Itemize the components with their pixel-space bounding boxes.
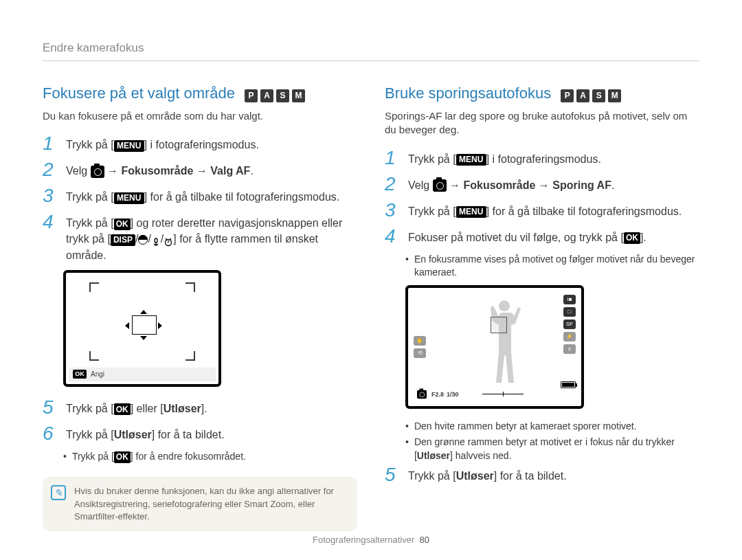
note-box: ✎ Hvis du bruker denne funksjonen, kan d… xyxy=(43,477,357,531)
ok-button-icon: OK xyxy=(114,403,131,415)
left-step3: Trykk på [MENU] for å gå tilbake til fot… xyxy=(66,186,357,205)
step-number: 4 xyxy=(43,212,59,232)
arrow-down-icon xyxy=(140,336,147,340)
left-step2: Velg → Fokusområde → Valg AF. xyxy=(66,160,357,179)
mode-p-icon: P xyxy=(245,89,258,102)
right-step2: Velg → Fokusområde → Sporing AF. xyxy=(408,175,699,193)
step-number: 2 xyxy=(385,175,401,194)
hud-expcomp-icon: ± xyxy=(563,344,576,354)
step-number: 5 xyxy=(385,465,401,484)
step-number: 6 xyxy=(43,424,59,443)
hud-megapixel-icon: I■ xyxy=(563,295,576,304)
right-figure: ✋ ⟲ I■ □ SF ⚡ ± xyxy=(405,285,699,409)
left-figure: OK Angi xyxy=(63,270,357,387)
step-number: 5 xyxy=(43,398,59,417)
tracking-focus-square xyxy=(491,317,507,333)
menu-button-icon: MENU xyxy=(114,192,144,204)
hud-shutter: 1/30 xyxy=(447,391,459,398)
disp-button-icon: DISP xyxy=(111,234,135,246)
section-title: Endre kamerafokus xyxy=(43,41,699,61)
mode-a-icon: A xyxy=(576,89,589,102)
left-intro: Du kan fokusere på et område som du har … xyxy=(43,109,357,123)
right-bullet5b: Den grønne rammen betyr at motivet er i … xyxy=(405,436,699,462)
ok-button-icon: OK xyxy=(114,219,131,230)
camera-screen-illustration: OK Angi xyxy=(63,270,221,387)
left-step4: Trykk på [OK] og roter deretter navigasj… xyxy=(66,212,357,263)
ok-button-icon: OK xyxy=(624,232,640,244)
mode-s-icon: S xyxy=(592,89,605,102)
mode-icons: P A S M xyxy=(245,89,305,102)
hud-exposure-scale xyxy=(482,394,524,394)
left-column: Fokusere på et valgt område P A S M Du k… xyxy=(43,85,357,531)
arrow-left-icon xyxy=(125,322,129,329)
right-bullet5a: Den hvite rammen betyr at kameraet spore… xyxy=(405,420,699,434)
note-icon: ✎ xyxy=(51,485,66,500)
menu-button-icon: MENU xyxy=(456,154,486,166)
mode-m-icon: M xyxy=(608,89,621,102)
right-heading: Bruke sporingsautofokus xyxy=(385,85,551,102)
right-step4: Fokuser på motivet du vil følge, og tryk… xyxy=(408,227,699,245)
mode-a-icon: A xyxy=(260,89,273,102)
right-intro: Sporings-AF lar deg spore og bruke autof… xyxy=(385,109,699,137)
right-step1: Trykk på [MENU] i fotograferingsmodus. xyxy=(408,148,699,167)
exposure-icon xyxy=(138,235,148,245)
step-number: 1 xyxy=(43,134,59,153)
mode-s-icon: S xyxy=(276,89,289,102)
self-timer-icon xyxy=(164,235,173,245)
svg-line-2 xyxy=(166,238,167,240)
right-step5: Trykk på [Utløser] for å ta bildet. xyxy=(408,465,699,484)
menu-button-icon: MENU xyxy=(114,140,144,152)
right-bullet4: En fokusramme vises på motivet og følger… xyxy=(405,253,699,280)
page-footer: Fotograferingsalternativer 80 xyxy=(0,535,742,545)
arrow-up-icon xyxy=(140,310,147,314)
left-step6: Trykk på [Utløser] for å ta bildet. xyxy=(66,424,357,443)
focus-rectangle xyxy=(132,315,157,335)
hud-hand-icon: ✋ xyxy=(414,336,426,346)
hud-aperture: F2.8 xyxy=(431,391,444,398)
right-step3: Trykk på [MENU] for å gå tilbake til fot… xyxy=(408,201,699,219)
subject-silhouette xyxy=(484,296,525,385)
step-number: 4 xyxy=(385,227,401,246)
left-heading: Fokusere på et valgt område xyxy=(43,85,235,102)
mode-p-icon: P xyxy=(561,89,574,102)
menu-button-icon: MENU xyxy=(456,206,486,218)
hud-single-af-icon: □ xyxy=(563,307,576,317)
arrow-right-icon xyxy=(158,322,162,329)
step-number: 1 xyxy=(385,148,401,168)
angi-label: Angi xyxy=(91,370,104,378)
step-number: 2 xyxy=(43,160,59,179)
ok-button-icon: OK xyxy=(114,451,131,463)
camera-icon xyxy=(433,179,447,192)
left-bullet: Trykk på [OK] for å endre fokusområdet. xyxy=(63,450,357,464)
svg-line-3 xyxy=(170,238,171,240)
step-number: 3 xyxy=(385,201,401,220)
hud-stabilizer-icon: ⟲ xyxy=(414,348,426,358)
ok-button-icon: OK xyxy=(73,370,87,379)
mode-icons: P A S M xyxy=(561,89,621,102)
camera-screen-illustration: ✋ ⟲ I■ □ SF ⚡ ± xyxy=(405,285,584,409)
hud-superfine-icon: SF xyxy=(563,320,576,329)
right-column: Bruke sporingsautofokus P A S M Sporings… xyxy=(385,85,699,531)
battery-icon xyxy=(561,381,576,388)
left-step1: Trykk på [MENU] i fotograferingsmodus. xyxy=(66,134,357,153)
step-number: 3 xyxy=(43,186,59,205)
hud-flash-icon: ⚡ xyxy=(563,332,576,341)
camera-icon xyxy=(91,166,104,178)
camera-mode-icon xyxy=(417,390,427,399)
macro-icon xyxy=(151,235,161,245)
mode-m-icon: M xyxy=(292,89,305,102)
left-step5: Trykk på [OK] eller [Utløser]. xyxy=(66,398,357,416)
